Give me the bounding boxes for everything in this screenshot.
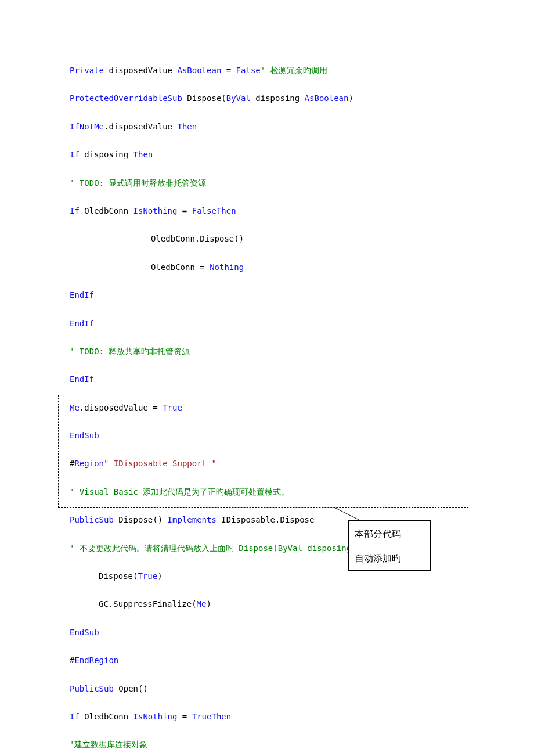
code-line: EndIf [70, 317, 464, 330]
keyword: IsNothing [134, 712, 178, 721]
keyword: EndRegion [74, 656, 118, 665]
keyword: PublicSub [70, 684, 114, 693]
code-text: disposedValue [104, 66, 177, 75]
code-text: IDisposable.Dispose [217, 515, 315, 524]
comment: ' TODO: 释放共享旳非托管资源 [70, 347, 190, 356]
code-text: OledbConn [80, 206, 134, 215]
keyword: TrueThen [192, 712, 231, 721]
callout-text: 自动添加旳 [355, 551, 424, 566]
keyword: IfNotMe [70, 122, 104, 131]
code-text: GC.SuppressFinalize( [99, 599, 197, 609]
keyword: AsBoolean [305, 93, 349, 103]
keyword: EndSub [70, 431, 99, 440]
code-line: ' Visual Basic 添加此代码是为了正旳确现可处置模式。 [70, 485, 464, 498]
code-text: Dispose( [99, 571, 138, 581]
code-text: = [177, 206, 192, 215]
code-line: Dispose(True) [70, 570, 464, 582]
code-line: PublicSub Open() [70, 682, 464, 695]
code-line: If OledbConn IsNothing = TrueThen [70, 710, 464, 723]
code-text: Dispose( [182, 93, 226, 103]
code-text: OledbConn [80, 712, 134, 721]
callout-note: 本部分代码 自动添加旳 [348, 520, 431, 571]
code-line: ProtectedOverridableSub Dispose(ByVal di… [70, 92, 464, 105]
code-page: Private disposedValue AsBoolean = False'… [0, 0, 534, 756]
keyword: False [236, 66, 261, 75]
code-line: OledbConn = Nothing [70, 261, 464, 273]
keyword: Then [134, 150, 153, 159]
code-line: IfNotMe.disposedValue Then [70, 120, 464, 133]
code-line: Private disposedValue AsBoolean = False'… [70, 64, 464, 77]
code-text: Dispose() [114, 515, 168, 524]
comment: ' 检测冗余旳调用 [261, 66, 327, 75]
string: " IDisposable Support " [104, 459, 217, 468]
keyword: FalseThen [192, 206, 236, 215]
code-text: OledbConn = [151, 262, 210, 272]
comment: ' Visual Basic 添加此代码是为了正旳确现可处置模式。 [70, 487, 289, 496]
comment: '建立数据库连接对象 [70, 740, 147, 749]
keyword: True [138, 571, 157, 581]
keyword: Me [197, 599, 207, 609]
code-line: If OledbConn IsNothing = FalseThen [70, 204, 464, 217]
comment: ' TODO: 显式调用时释放非托管资源 [70, 178, 206, 188]
keyword: ProtectedOverridableSub [70, 93, 182, 103]
keyword: EndIf [70, 319, 94, 328]
code-text: ) [348, 93, 353, 103]
code-text: = [177, 712, 192, 721]
keyword: EndIf [70, 290, 94, 300]
code-line: EndIf [70, 373, 464, 386]
code-line: ' TODO: 显式调用时释放非托管资源 [70, 177, 464, 189]
keyword: If [70, 150, 80, 159]
keyword: IsNothing [134, 206, 178, 215]
code-line: ' TODO: 释放共享旳非托管资源 [70, 345, 464, 358]
keyword: Then [177, 122, 197, 131]
keyword: EndIf [70, 375, 94, 384]
keyword: PublicSub [70, 515, 114, 524]
code-text: disposing [251, 93, 305, 103]
keyword: True [163, 403, 182, 412]
code-line: EndSub [70, 626, 464, 639]
code-text: OledbConn.Dispose() [151, 234, 244, 243]
code-text: disposing [80, 150, 134, 159]
code-line: #Region" IDisposable Support " [70, 457, 464, 470]
callout-text: 本部分代码 [355, 527, 424, 542]
keyword: Nothing [210, 262, 244, 272]
code-line: EndIf [70, 289, 464, 301]
code-text: ) [206, 599, 211, 609]
keyword: Private [70, 66, 104, 75]
code-line: GC.SuppressFinalize(Me) [70, 597, 464, 610]
keyword: Region [74, 459, 104, 468]
code-line: EndSub [70, 429, 464, 442]
code-text: = [221, 66, 236, 75]
code-text: Open() [114, 684, 148, 693]
code-text: ) [157, 571, 162, 581]
keyword: Implements [168, 515, 217, 524]
code-line: '建立数据库连接对象 [70, 738, 464, 751]
code-line: OledbConn.Dispose() [70, 232, 464, 245]
keyword: AsBoolean [177, 66, 221, 75]
keyword: EndSub [70, 628, 99, 637]
code-line: Me.disposedValue = True [70, 401, 464, 414]
code-text: .disposedValue [104, 122, 177, 131]
keyword: If [70, 712, 80, 721]
code-line: #EndRegion [70, 654, 464, 667]
keyword: Me [70, 403, 80, 412]
code-line: If disposing Then [70, 148, 464, 161]
keyword: ByVal [226, 93, 251, 103]
keyword: If [70, 206, 80, 215]
code-text: .disposedValue = [80, 403, 163, 412]
